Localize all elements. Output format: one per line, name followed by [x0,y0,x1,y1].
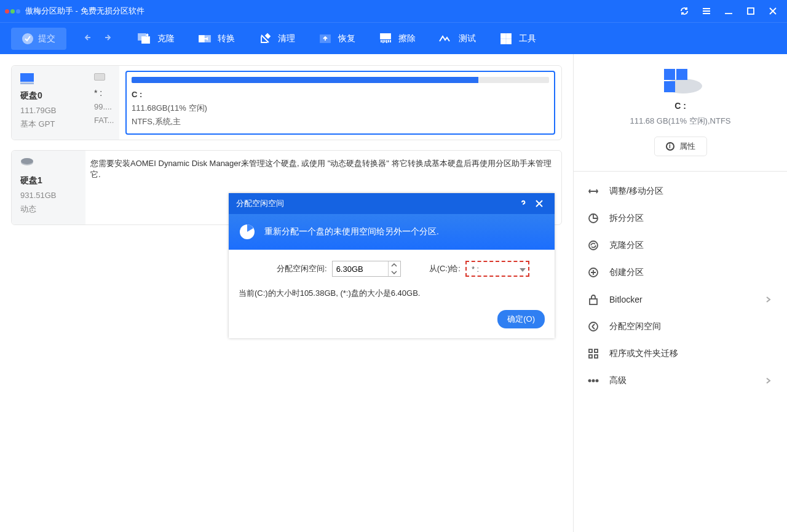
part-size: 111.68GB(11% 空闲) [132,101,549,115]
action-item-2[interactable]: 克隆分区 [574,232,787,259]
right-panel: C : 111.68 GB(11% 空闲),NTFS 属性 调整/移动分区拆分分… [573,54,787,532]
toolbar-item-0[interactable]: 克隆 [138,33,175,45]
title-bar: 傲梅分区助手 - 免费无损分区软件 [0,0,787,22]
disk0-size: 111.79GB [20,104,77,117]
svg-rect-21 [595,349,598,352]
svg-rect-22 [589,355,592,358]
disk0-unalloc-1: 99.... [94,100,111,114]
svg-rect-7 [501,34,505,38]
action-label: 程序或文件夹迁移 [609,348,678,359]
svg-rect-20 [589,349,592,352]
svg-rect-18 [590,299,597,304]
spin-down-icon[interactable] [389,269,400,276]
action-label: 拆分分区 [609,213,644,224]
svg-rect-0 [748,8,754,14]
svg-rect-8 [507,34,511,38]
disk0-unalloc-2: FAT... [94,114,111,127]
toolbar-label: 工具 [519,33,536,44]
chevron-right-icon [765,295,773,304]
ok-button[interactable]: 确定(O) [497,310,545,328]
field1-label: 分配空闲空间: [277,263,327,274]
toolbar-icon [499,33,513,45]
part-letter: C : [132,88,549,101]
disk1-type: 动态 [20,202,77,216]
toolbar-label: 测试 [459,33,476,44]
dialog-banner-text: 重新分配一个盘的未使用空间给另外一个分区. [264,226,439,237]
toolbar-icon [379,33,392,45]
size-spinner[interactable] [332,261,401,277]
disk-icon [20,73,34,84]
toolbar-icon [318,33,332,45]
svg-rect-23 [595,355,598,358]
action-item-5[interactable]: 分配空闲空间 [574,313,787,340]
toolbar-item-2[interactable]: 清理 [258,33,295,45]
usage-bar [132,77,549,83]
action-icon [587,212,599,224]
disk0-name: 硬盘0 [20,90,77,101]
action-item-0[interactable]: 调整/移动分区 [574,178,787,205]
partition-c[interactable]: C : 111.68GB(11% 空闲) NTFS,系统,主 [125,71,555,135]
maximize-icon[interactable] [745,6,756,17]
size-input[interactable] [333,261,387,276]
toolbar-item-4[interactable]: 擦除 [379,33,416,45]
action-icon [587,375,599,387]
toolbar-label: 擦除 [398,33,416,44]
close-icon[interactable] [767,6,778,17]
menu-icon[interactable] [701,6,712,17]
submit-label: 提交 [38,33,55,44]
submit-button[interactable]: 提交 [11,28,66,50]
minimize-icon[interactable] [723,6,734,17]
toolbar-item-6[interactable]: 工具 [499,33,536,45]
action-item-4[interactable]: Bitlocker [574,286,787,313]
checkmark-icon [22,33,33,44]
dialog-help-icon[interactable] [515,199,531,208]
rp-title: C : [580,101,781,111]
toolbar-label: 清理 [278,33,295,44]
allocate-free-space-dialog: 分配空闲空间 重新分配一个盘的未使用空间给另外一个分区. 分配空闲空间: 从(C… [229,193,555,338]
svg-rect-12 [20,82,34,84]
undo-icon[interactable] [84,33,95,45]
action-item-1[interactable]: 拆分分区 [574,205,787,232]
toolbar-icon [258,33,272,45]
partition-large-icon [580,69,781,91]
rp-sub: 111.68 GB(11% 空闲),NTFS [580,116,781,127]
action-item-3[interactable]: 创建分区 [574,259,787,286]
toolbar-icon [439,33,453,45]
target-partition-combo[interactable]: * : [465,261,529,277]
disk0-unalloc-letter: * : [94,88,111,98]
pie-icon [239,223,256,240]
refresh-icon[interactable] [679,6,690,17]
svg-point-26 [596,379,598,381]
action-item-7[interactable]: 高级 [574,367,787,394]
action-icon [587,347,599,360]
action-item-6[interactable]: 程序或文件夹迁移 [574,340,787,367]
app-logo [5,9,20,14]
disk-card-0[interactable]: 硬盘0 111.79GB 基本 GPT * : 99.... FAT... C … [11,65,562,140]
combo-value: * : [472,264,479,274]
toolbar-item-3[interactable]: 恢复 [318,33,355,45]
undo-redo-group [84,33,112,45]
toolbar-item-5[interactable]: 测试 [439,33,476,45]
app-title: 傲梅分区助手 - 免费无损分区软件 [25,6,144,17]
svg-point-16 [589,241,598,250]
toolbar-item-1[interactable]: 转换 [198,33,235,45]
properties-button[interactable]: 属性 [654,137,707,156]
action-label: 分配空闲空间 [609,321,661,332]
action-label: 克隆分区 [609,240,644,251]
toolbar-icon [138,33,151,45]
svg-point-24 [588,379,590,381]
toolbar-icon [198,33,212,45]
dialog-close-icon[interactable] [531,200,547,207]
disk0-type: 基本 GPT [20,117,77,131]
dialog-title: 分配空闲空间 [236,198,284,209]
redo-icon[interactable] [101,33,112,45]
action-icon [587,266,599,279]
svg-rect-2 [142,37,149,43]
spin-up-icon[interactable] [389,261,400,269]
chevron-right-icon [765,376,773,385]
svg-point-25 [592,379,594,381]
part-fs: NTFS,系统,主 [132,115,549,129]
dialog-status-text: 当前(C:)的大小时105.38GB, (*:)盘的大小是6.40GB. [239,288,545,299]
disk1-size: 931.51GB [20,189,77,202]
action-label: 调整/移动分区 [609,186,663,197]
